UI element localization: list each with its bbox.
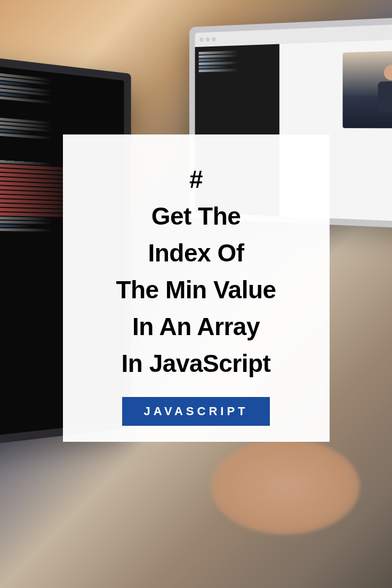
person-photo [342,50,392,129]
browser-dot [212,37,215,42]
title-line-2: Index Of [148,239,244,267]
category-badge: JAVASCRIPT [122,397,269,426]
title-line-1: Get The [151,202,241,230]
title-line-3: The Min Value [116,276,276,304]
hands-typing [211,439,360,535]
title-line-4: In An Array [132,313,260,340]
title-hash: # [189,165,203,193]
browser-dot [206,37,210,42]
title-card: # Get The Index Of The Min Value In An A… [63,134,330,442]
title-line-5: In JavaScript [122,349,271,377]
title-text: # Get The Index Of The Min Value In An A… [79,161,314,382]
browser-dot [199,37,203,42]
